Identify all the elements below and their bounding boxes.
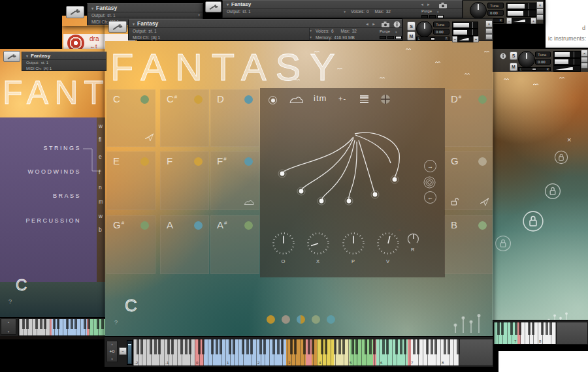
tune-knob[interactable] bbox=[518, 51, 535, 68]
fx-button[interactable] bbox=[485, 34, 493, 40]
lock-icon[interactable] bbox=[495, 235, 512, 252]
close-page-icon[interactable]: × bbox=[567, 136, 571, 144]
clipped-instrument-name[interactable]: n bbox=[99, 184, 102, 191]
clipped-instrument-name[interactable]: b bbox=[99, 226, 102, 233]
output-value[interactable]: st. 1 bbox=[242, 9, 250, 14]
info-icon[interactable] bbox=[393, 21, 400, 28]
clipped-instrument-name[interactable]: w bbox=[99, 123, 103, 129]
clipped-instrument-name[interactable]: e bbox=[99, 153, 102, 160]
close-button[interactable]: × bbox=[485, 20, 493, 27]
close-button[interactable]: × bbox=[581, 50, 588, 57]
prev-arrow-icon[interactable]: ◄ bbox=[365, 22, 369, 26]
page-indicator-dot[interactable] bbox=[312, 315, 320, 324]
dropdown-caret-icon[interactable]: ▾ bbox=[198, 13, 200, 17]
aux-button[interactable] bbox=[581, 57, 588, 63]
pan-slider[interactable]: LR bbox=[518, 67, 551, 71]
left-transpose-control[interactable]: ▴ ▾ bbox=[1, 318, 16, 335]
purge-caret-icon[interactable]: ▾ bbox=[395, 30, 397, 34]
black-keys[interactable] bbox=[19, 319, 106, 329]
purge-menu[interactable]: Purge bbox=[380, 29, 390, 33]
mixer-pins-icon[interactable] bbox=[451, 314, 483, 333]
clipped-instrument-name[interactable]: m bbox=[99, 198, 103, 205]
logo-text-line1: dra bbox=[90, 35, 99, 42]
keyboard-minus-button[interactable]: − bbox=[119, 347, 127, 355]
page-indicator-dot[interactable] bbox=[327, 315, 335, 324]
solo-button[interactable]: S bbox=[407, 22, 416, 31]
purge-menu[interactable]: Purge bbox=[421, 9, 432, 13]
volume-plus-button[interactable]: + bbox=[473, 36, 479, 42]
info-icon[interactable] bbox=[500, 53, 506, 59]
prev-arrow-icon[interactable]: ◄ bbox=[420, 3, 424, 7]
wrench-icon bbox=[112, 23, 123, 31]
octave-label: 8 bbox=[442, 361, 444, 365]
octave-label: 1 bbox=[227, 361, 229, 365]
output-value[interactable]: st. 1 bbox=[41, 61, 48, 65]
output-value[interactable]: st. 1 bbox=[107, 13, 115, 18]
help-button[interactable]: ? bbox=[8, 298, 12, 305]
left-keyboard[interactable] bbox=[18, 318, 107, 336]
tune-value[interactable]: 0.00 bbox=[433, 29, 449, 35]
lock-icon[interactable] bbox=[522, 210, 544, 232]
midi-activity-leds bbox=[380, 36, 402, 39]
midi-value[interactable]: [A] 1 bbox=[152, 35, 160, 40]
fx-button[interactable] bbox=[536, 14, 544, 20]
clipped-instrument-name[interactable]: w bbox=[99, 213, 103, 219]
octave-label: 7 bbox=[411, 361, 413, 365]
tune-knob[interactable] bbox=[470, 2, 487, 19]
right-keyboard[interactable]: 78 bbox=[493, 322, 557, 345]
aux-button[interactable] bbox=[536, 8, 544, 14]
transpose-control[interactable]: ▴ +0 ▾ bbox=[106, 341, 118, 362]
level-meter-right bbox=[506, 10, 536, 17]
next-arrow-icon[interactable]: ► bbox=[372, 22, 376, 26]
black-keys[interactable] bbox=[494, 322, 556, 335]
transpose-down-icon[interactable]: ▾ bbox=[8, 330, 10, 333]
transpose-value: +0 bbox=[110, 349, 115, 354]
wrench-button[interactable] bbox=[108, 21, 127, 33]
title-caret-icon[interactable]: ▾ bbox=[91, 6, 93, 10]
midi-value[interactable]: [A] 1 bbox=[44, 67, 52, 70]
pan-slider[interactable]: LR bbox=[416, 37, 449, 41]
dropdown-caret-icon[interactable]: ▾ bbox=[344, 10, 346, 14]
wrench-button[interactable] bbox=[66, 6, 84, 18]
title-caret-icon[interactable]: ▾ bbox=[26, 54, 28, 58]
volume-slider[interactable] bbox=[457, 36, 474, 42]
transpose-up-icon[interactable]: ▴ bbox=[111, 343, 113, 345]
page-indicator-dot[interactable] bbox=[282, 315, 290, 324]
wrench-button[interactable] bbox=[3, 51, 20, 62]
aux-button[interactable] bbox=[485, 28, 493, 34]
next-arrow-icon[interactable]: ► bbox=[427, 3, 431, 7]
max-value: 32 bbox=[386, 9, 391, 14]
purge-caret-icon[interactable]: ▾ bbox=[437, 10, 439, 14]
front-keyboard[interactable]: -2-1012345678 bbox=[133, 339, 461, 366]
octave-label: 4 bbox=[319, 361, 321, 365]
transpose-down-icon[interactable]: ▾ bbox=[111, 358, 113, 360]
fx-button[interactable] bbox=[581, 63, 588, 69]
tune-value[interactable]: 0.00 bbox=[535, 59, 551, 65]
close-button[interactable]: × bbox=[536, 1, 544, 8]
clipped-instrument-name[interactable]: fl bbox=[99, 136, 101, 143]
page-indicator-dot[interactable] bbox=[267, 315, 275, 324]
title-caret-icon[interactable]: ▾ bbox=[227, 2, 229, 7]
output-label: Output: bbox=[227, 9, 240, 14]
volume-slider[interactable] bbox=[553, 65, 581, 72]
volume-plus-button[interactable]: + bbox=[531, 18, 536, 24]
mute-button[interactable]: M bbox=[510, 63, 517, 71]
output-value[interactable]: st. 1 bbox=[148, 29, 156, 33]
solo-button[interactable]: S bbox=[510, 52, 517, 60]
page-indicator-dot[interactable] bbox=[297, 315, 305, 324]
wrench-button[interactable] bbox=[205, 1, 221, 12]
title-caret-icon[interactable]: ▾ bbox=[133, 22, 135, 26]
clipped-instrument-name[interactable]: f bbox=[99, 169, 100, 176]
mute-button[interactable]: M bbox=[407, 31, 416, 40]
tune-knob[interactable] bbox=[416, 21, 433, 37]
instrument-title: Fantasy bbox=[231, 1, 251, 7]
snapshot-camera-icon[interactable] bbox=[438, 2, 448, 8]
tune-value[interactable]: 0.00 bbox=[487, 10, 504, 16]
lock-icon[interactable] bbox=[554, 150, 568, 164]
black-keys[interactable] bbox=[133, 339, 460, 354]
transpose-up-icon[interactable]: ▴ bbox=[8, 320, 10, 323]
volume-slider[interactable] bbox=[512, 18, 531, 24]
velocity-slider[interactable] bbox=[127, 340, 133, 365]
snapshot-camera-icon[interactable] bbox=[381, 21, 390, 27]
lock-icon[interactable] bbox=[544, 183, 561, 200]
